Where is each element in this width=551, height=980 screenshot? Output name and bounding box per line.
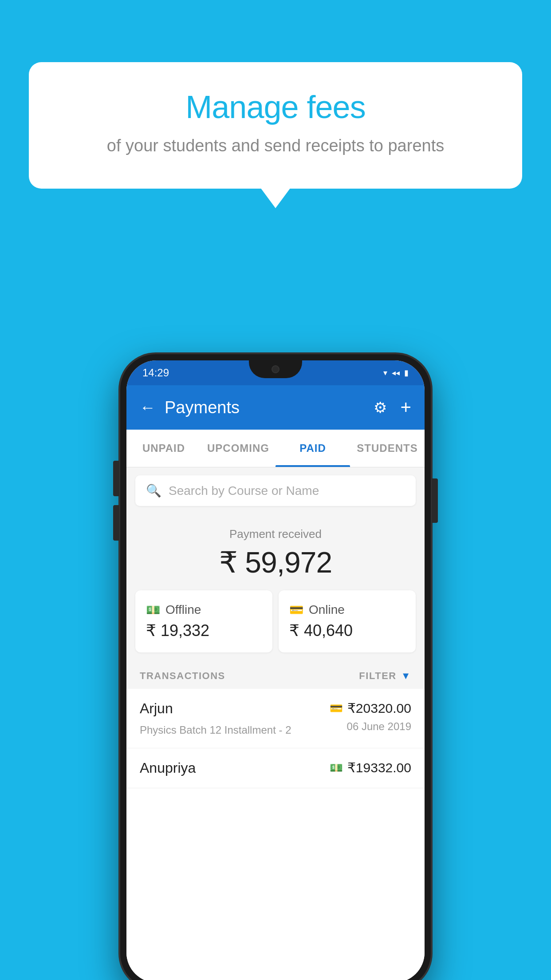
search-placeholder: Search by Course or Name (169, 484, 319, 498)
tab-students[interactable]: STUDENTS (350, 430, 425, 467)
status-icons: ▾ ◂◂ ▮ (383, 368, 409, 378)
speech-bubble: Manage fees of your students and send re… (29, 62, 522, 189)
payment-cards: 💵 Offline ₹ 19,332 💳 Online ₹ 40,640 (126, 590, 425, 661)
signal-icon: ◂◂ (392, 368, 400, 378)
online-card-header: 💳 Online (289, 603, 405, 617)
transaction-item[interactable]: Anupriya 💵 ₹19332.00 (126, 748, 425, 788)
online-label: Online (309, 603, 345, 617)
online-icon: 💳 (289, 603, 303, 617)
search-bar-container: 🔍 Search by Course or Name (126, 467, 425, 514)
payment-summary: Payment received ₹ 59,972 (126, 514, 425, 590)
wifi-icon: ▾ (383, 368, 387, 378)
tabs-bar: UNPAID UPCOMING PAID STUDENTS (126, 430, 425, 467)
bubble-title: Manage fees (60, 89, 491, 125)
filter-button[interactable]: FILTER ▼ (359, 670, 411, 682)
offline-icon: 💵 (146, 603, 160, 617)
transaction-row: Arjun 💳 ₹20320.00 (140, 700, 411, 717)
transaction-amount: ₹20320.00 (347, 700, 411, 716)
transaction-bottom-row: Physics Batch 12 Installment - 2 06 June… (140, 720, 411, 736)
search-icon: 🔍 (146, 483, 161, 498)
transaction-date: 06 June 2019 (347, 720, 411, 733)
transaction-row: Anupriya 💵 ₹19332.00 (140, 760, 411, 776)
bubble-subtitle: of your students and send receipts to pa… (60, 134, 491, 158)
online-amount: ₹ 40,640 (289, 621, 405, 640)
battery-icon: ▮ (404, 368, 409, 378)
transactions-header: TRANSACTIONS FILTER ▼ (126, 661, 425, 689)
transaction-name: Arjun (140, 700, 173, 717)
offline-label: Offline (165, 603, 201, 617)
speech-bubble-container: Manage fees of your students and send re… (29, 62, 522, 189)
filter-label: FILTER (359, 670, 396, 682)
online-card: 💳 Online ₹ 40,640 (279, 590, 416, 652)
phone-screen: 14:29 ▾ ◂◂ ▮ ← Payments ⚙ + UNPAID UPCOM… (126, 360, 425, 980)
payment-total: ₹ 59,972 (135, 545, 416, 580)
tab-unpaid[interactable]: UNPAID (126, 430, 201, 467)
status-bar: 14:29 ▾ ◂◂ ▮ (126, 360, 425, 385)
nav-actions: ⚙ + (374, 397, 411, 418)
card-payment-icon: 💳 (330, 702, 343, 715)
settings-icon[interactable]: ⚙ (374, 399, 387, 416)
transaction-amount: ₹19332.00 (347, 760, 411, 775)
tab-upcoming[interactable]: UPCOMING (201, 430, 276, 467)
offline-card-header: 💵 Offline (146, 603, 262, 617)
transaction-detail: Physics Batch 12 Installment - 2 (140, 724, 291, 736)
transaction-item[interactable]: Arjun 💳 ₹20320.00 Physics Batch 12 Insta… (126, 689, 425, 748)
payment-received-label: Payment received (135, 527, 416, 541)
transactions-label: TRANSACTIONS (140, 670, 225, 682)
transaction-list: Arjun 💳 ₹20320.00 Physics Batch 12 Insta… (126, 689, 425, 980)
phone-frame: 14:29 ▾ ◂◂ ▮ ← Payments ⚙ + UNPAID UPCOM… (120, 354, 431, 980)
tab-paid[interactable]: PAID (276, 430, 350, 467)
transaction-name: Anupriya (140, 760, 196, 776)
page-title: Payments (165, 398, 374, 417)
back-button[interactable]: ← (140, 398, 156, 417)
transaction-amount-row: 💵 ₹19332.00 (330, 760, 411, 775)
add-button[interactable]: + (400, 397, 411, 418)
search-bar[interactable]: 🔍 Search by Course or Name (135, 475, 416, 506)
nav-bar: ← Payments ⚙ + (126, 385, 425, 430)
notch (249, 360, 302, 378)
filter-icon: ▼ (401, 670, 411, 682)
transaction-amount-row: 💳 ₹20320.00 (330, 700, 411, 716)
offline-card: 💵 Offline ₹ 19,332 (135, 590, 272, 652)
cash-payment-icon: 💵 (330, 762, 343, 774)
status-time: 14:29 (142, 367, 169, 379)
camera (272, 365, 279, 373)
offline-amount: ₹ 19,332 (146, 621, 262, 640)
